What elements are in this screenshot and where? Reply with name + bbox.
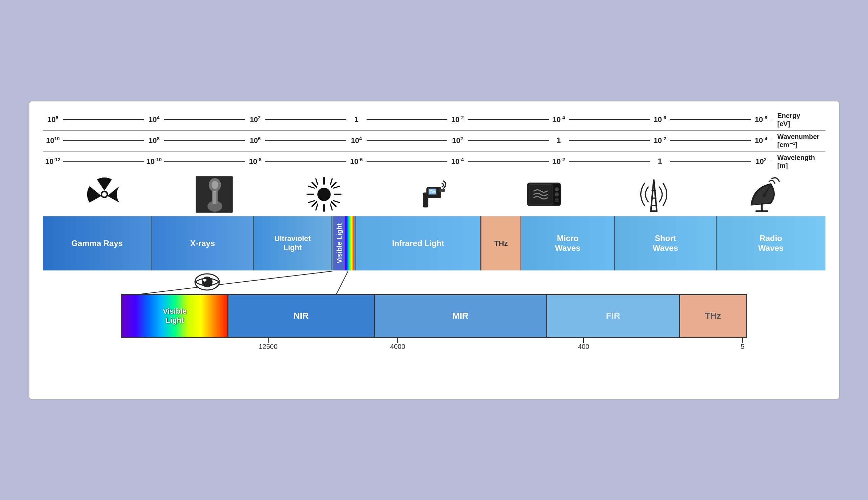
micro-waves-segment: Micro Waves — [521, 216, 615, 271]
energy-tick-2: 104 — [144, 115, 164, 124]
spectrum-section: Gamma Rays X-rays Ultraviolet Light Visi… — [43, 216, 825, 271]
wavelength-label: Wavelength[m] — [771, 154, 825, 170]
wavenumber-ticks: 1010 108 106 104 102 1 10-2 10-4 — [43, 136, 771, 145]
infrared-icon-cell — [379, 176, 489, 213]
uv-label: Ultraviolet Light — [274, 234, 311, 252]
sun-icon — [305, 176, 343, 213]
icons-row — [43, 176, 825, 213]
xray-icon-cell — [160, 176, 269, 213]
wn-tick-1: 1010 — [43, 136, 63, 145]
lower-mir-segment: MIR — [375, 295, 547, 337]
lower-bar: Visible Light NIR MIR FIR THz — [121, 294, 747, 338]
wn-tick-2: 108 — [144, 136, 164, 145]
radio-tower-icon — [635, 176, 672, 213]
svg-line-15 — [312, 182, 316, 186]
wn-tick-8: 10-4 — [751, 136, 771, 145]
svg-rect-9 — [213, 191, 216, 204]
lower-visible-segment: Visible Light — [122, 295, 228, 337]
radio-waves-segment: Radio Waves — [717, 216, 825, 271]
energy-tick-3: 102 — [245, 115, 265, 124]
radiation-icon — [86, 176, 123, 213]
svg-point-6 — [208, 204, 215, 209]
energy-axis-row: 106 104 102 1 10-2 10-4 10-6 10-8 Energy… — [43, 112, 825, 128]
xray-image-icon — [196, 176, 233, 213]
energy-ticks: 106 104 102 1 10-2 10-4 10-6 10-8 — [43, 115, 771, 124]
infrared-label: Infrared Light — [392, 239, 444, 248]
lower-bar-container: Visible Light NIR MIR FIR THz — [121, 294, 747, 338]
wl-tick-7: 1 — [650, 157, 670, 166]
spectrum-bar: Gamma Rays X-rays Ultraviolet Light Visi… — [43, 216, 825, 271]
energy-tick-7: 10-6 — [650, 115, 670, 124]
svg-point-45 — [763, 193, 766, 197]
svg-line-49 — [336, 271, 348, 294]
energy-tick-8: 10-8 — [751, 115, 771, 124]
lower-tick-4000: 4000 — [390, 338, 405, 351]
svg-line-48 — [141, 271, 332, 294]
svg-point-8 — [211, 181, 218, 189]
svg-point-7 — [215, 204, 222, 209]
energy-label: Energy[eV] — [771, 112, 825, 128]
svg-line-16 — [332, 202, 336, 206]
main-card: 106 104 102 1 10-2 10-4 10-6 10-8 Energy… — [29, 101, 840, 400]
lower-tick-5: 5 — [741, 338, 744, 351]
wn-tick-3: 106 — [245, 136, 265, 145]
wavelength-ticks: 10-12 10-10 10-8 10-6 10-4 10-2 1 102 — [43, 157, 771, 166]
svg-rect-38 — [555, 198, 559, 200]
energy-tick-6: 10-4 — [549, 115, 569, 124]
gamma-rays-segment: Gamma Rays — [43, 216, 152, 271]
svg-line-21 — [309, 186, 315, 188]
xrays-segment: X-rays — [152, 216, 254, 271]
svg-line-26 — [331, 204, 333, 210]
infrared-segment: Infrared Light — [356, 216, 481, 271]
thermometer-gun-icon — [415, 176, 452, 213]
svg-line-19 — [316, 179, 318, 185]
wavenumber-label: Wavenumber[cm⁻¹] — [771, 133, 825, 149]
wn-tick-7: 10-2 — [650, 136, 670, 145]
wl-tick-5: 10-4 — [447, 157, 467, 166]
svg-rect-29 — [440, 189, 445, 192]
satellite-dish-icon-cell — [708, 176, 818, 213]
svg-point-36 — [555, 187, 559, 191]
micro-waves-label: Micro Waves — [555, 234, 580, 253]
svg-rect-28 — [423, 192, 428, 207]
svg-line-18 — [312, 202, 316, 206]
uv-icon-cell — [269, 176, 379, 213]
svg-marker-40 — [651, 180, 657, 211]
svg-line-22 — [309, 201, 315, 203]
radio-waves-label: Radio Waves — [758, 234, 784, 253]
wavenumber-axis-row: 1010 108 106 104 102 1 10-2 10-4 Wavenum… — [43, 133, 825, 149]
energy-tick-4: 1 — [346, 115, 367, 124]
lower-section: Visible Light NIR MIR FIR THz — [43, 271, 825, 385]
tick-400-label: 400 — [578, 343, 589, 351]
lower-nir-segment: NIR — [228, 295, 374, 337]
thz-segment: THz — [481, 216, 521, 271]
visible-light-segment: Visible Light — [332, 216, 356, 271]
svg-line-23 — [334, 186, 340, 188]
lower-thz-label: THz — [705, 311, 721, 321]
energy-tick-5: 10-2 — [447, 115, 467, 124]
fir-label: FIR — [606, 311, 620, 321]
tick-5-label: 5 — [741, 343, 744, 351]
visible-spectrum-gradient — [345, 216, 354, 271]
lower-tick-400: 400 — [578, 338, 589, 351]
microwave-icon-cell — [489, 176, 599, 213]
mir-label: MIR — [452, 311, 468, 321]
svg-line-24 — [334, 201, 340, 203]
satellite-dish-icon — [745, 176, 782, 213]
svg-point-10 — [317, 188, 331, 201]
svg-line-17 — [332, 182, 336, 186]
microwave-oven-icon — [525, 176, 563, 213]
eye-icon — [194, 272, 221, 292]
gamma-rays-label: Gamma Rays — [71, 239, 123, 248]
wl-tick-6: 10-2 — [549, 157, 569, 166]
radio-tower-icon-cell — [599, 176, 708, 213]
lower-tick-12500: 12500 — [259, 338, 278, 351]
svg-line-25 — [316, 204, 318, 210]
wl-tick-8: 102 — [751, 157, 771, 166]
uv-segment: Ultraviolet Light — [254, 216, 332, 271]
eye-icon-wrap — [194, 272, 221, 294]
tick-4000-label: 4000 — [390, 343, 405, 351]
wn-tick-6: 1 — [549, 136, 569, 145]
visible-light-label: Visible Light — [334, 216, 345, 271]
wl-tick-2: 10-10 — [144, 157, 164, 166]
